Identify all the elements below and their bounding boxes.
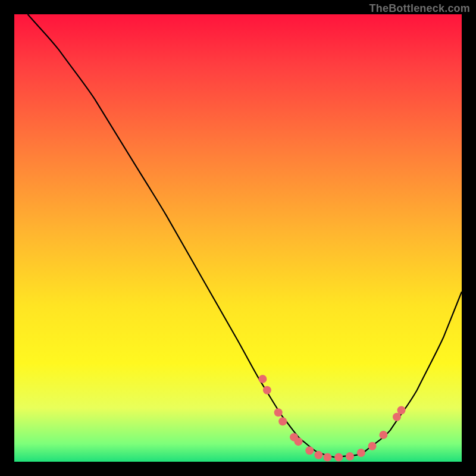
watermark-text: TheBottleneck.com (369, 2, 470, 15)
chart-frame (14, 14, 462, 462)
chart-gradient-background (14, 14, 462, 462)
